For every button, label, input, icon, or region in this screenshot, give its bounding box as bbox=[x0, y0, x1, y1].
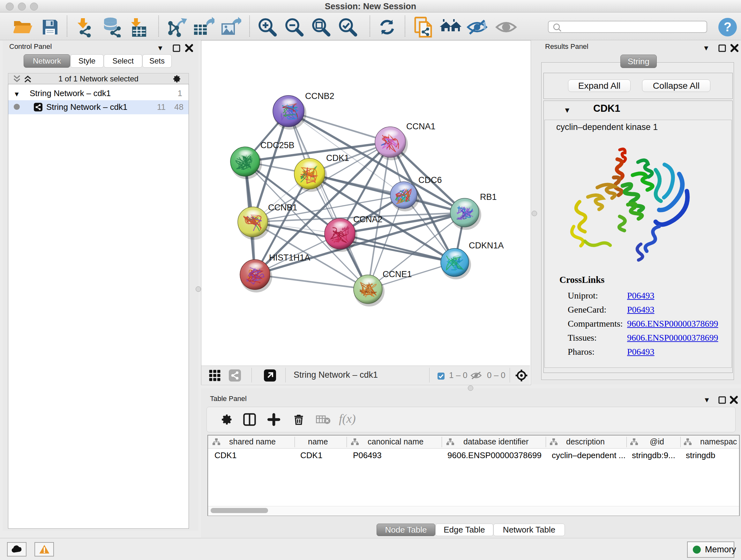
svg-text:CCNA1: CCNA1 bbox=[406, 122, 435, 131]
svg-text:CDC25B: CDC25B bbox=[260, 140, 294, 150]
svg-text:CDC6: CDC6 bbox=[418, 175, 442, 185]
svg-text:CDK1: CDK1 bbox=[326, 153, 349, 163]
svg-text:CCNB1: CCNB1 bbox=[268, 203, 297, 212]
svg-text:CCNE1: CCNE1 bbox=[383, 269, 412, 279]
svg-text:CCNA2: CCNA2 bbox=[353, 214, 383, 224]
svg-text:HIST1H1A: HIST1H1A bbox=[269, 253, 310, 262]
svg-text:RB1: RB1 bbox=[480, 192, 497, 202]
svg-text:CDKN1A: CDKN1A bbox=[469, 241, 504, 250]
svg-text:CCNB2: CCNB2 bbox=[305, 91, 334, 101]
